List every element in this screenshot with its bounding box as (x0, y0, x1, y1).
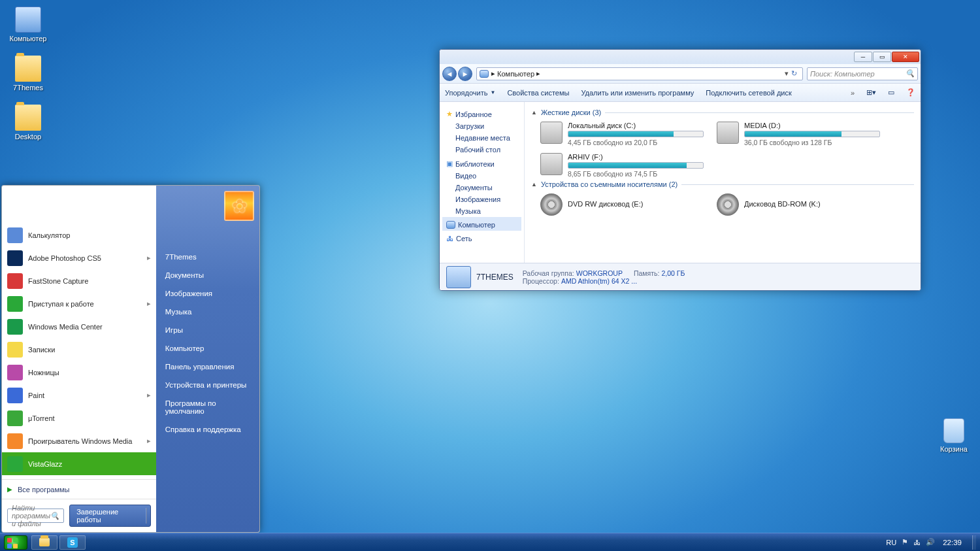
sidebar-network[interactable]: 🖧Сеть (442, 231, 521, 244)
category-hard-drives[interactable]: ▲Жесткие диски (3) (531, 109, 914, 116)
start-menu-program[interactable]: Приступая к работе▸ (2, 292, 156, 315)
start-menu-place[interactable]: Устройства и принтеры (156, 376, 259, 394)
start-menu-place[interactable]: Справка и поддержка (156, 420, 259, 439)
sidebar-documents[interactable]: Документы (442, 182, 521, 193)
more-icon[interactable]: » (851, 89, 855, 97)
computer-icon (446, 266, 471, 288)
app-icon (7, 365, 23, 380)
main-pane: ▲Жесткие диски (3) Локальный диск (C:)4,… (525, 102, 921, 263)
clock[interactable]: 22:39 (940, 539, 964, 546)
language-indicator[interactable]: RU (886, 539, 896, 546)
start-menu-place[interactable]: Панель управления (156, 358, 259, 376)
star-icon: ★ (446, 110, 453, 118)
app-icon (7, 273, 23, 289)
start-menu-place[interactable]: 7Themes (156, 248, 259, 266)
start-menu-place[interactable]: Документы (156, 266, 259, 284)
start-menu-program[interactable]: Windows Media Center (2, 315, 156, 338)
address-bar[interactable]: ▸ Компьютер ▸ ▾ ↻ (476, 67, 803, 80)
network-icon[interactable]: 🖧 (913, 539, 921, 546)
start-menu-program[interactable]: Ножницы (2, 361, 156, 384)
sidebar-video[interactable]: Видео (442, 170, 521, 182)
view-icon[interactable]: ⊞▾ (866, 88, 876, 97)
status-computer-name: 7THEMES (476, 273, 514, 282)
start-menu-program[interactable]: Adobe Photoshop CS5▸ (2, 246, 156, 269)
taskbar: S RU ⚑ 🖧 🔊 22:39 (0, 533, 980, 551)
start-menu-place[interactable]: Музыка (156, 303, 259, 321)
toolbar-organize[interactable]: Упорядочить ▼ (445, 89, 495, 97)
category-removable[interactable]: ▲Устройства со съемными носителями (2) (531, 180, 914, 188)
start-menu-program[interactable]: Paint▸ (2, 384, 156, 407)
desktop-icon-desktop[interactable]: Desktop (5, 105, 51, 141)
start-menu-place[interactable]: Изображения (156, 284, 259, 303)
search-icon: 🔍 (906, 69, 915, 78)
start-menu-place[interactable]: Программы по умолчанию (156, 394, 259, 420)
start-menu-program[interactable]: VistaGlazz (2, 452, 156, 475)
sidebar: ★Избранное Загрузки Недавние места Рабоч… (440, 102, 525, 263)
disc-icon (717, 193, 739, 216)
taskbar-explorer[interactable] (31, 535, 57, 550)
maximize-button[interactable]: ▭ (873, 52, 891, 62)
chevron-right-icon: ▸ (147, 391, 151, 399)
computer-icon (480, 70, 489, 78)
toolbar-uninstall-program[interactable]: Удалить или изменить программу (581, 89, 694, 97)
start-menu-program[interactable]: μTorrent (2, 407, 156, 429)
toolbar-system-properties[interactable]: Свойства системы (507, 89, 569, 97)
start-menu-programs: КалькуляторAdobe Photoshop CS5▸FastStone… (2, 186, 156, 532)
help-icon[interactable]: ❓ (906, 88, 915, 97)
drive-item[interactable]: DVD RW дисковод (E:) (540, 193, 704, 216)
desktop-icon-recycle-bin[interactable]: Корзина (931, 418, 977, 453)
start-menu-program[interactable]: FastStone Capture (2, 269, 156, 292)
drive-item[interactable]: Локальный диск (C:)4,45 ГБ свободно из 2… (540, 122, 704, 146)
all-programs-button[interactable]: ▶ Все программы (2, 479, 156, 499)
sidebar-downloads[interactable]: Загрузки (442, 120, 521, 132)
drive-item[interactable]: Дисковод BD-ROM (K:) (717, 193, 880, 216)
app-icon (7, 319, 23, 335)
folder-icon (15, 105, 41, 131)
desktop-icon-computer[interactable]: Компьютер (5, 7, 51, 42)
preview-pane-icon[interactable]: ▭ (888, 88, 894, 97)
computer-icon (15, 7, 41, 33)
back-button[interactable]: ◄ (442, 67, 457, 81)
chevron-down-icon: ▼ (490, 90, 495, 95)
close-button[interactable]: ✕ (892, 52, 919, 62)
start-menu-program[interactable]: Калькулятор (2, 224, 156, 246)
start-menu-program[interactable]: Записки (2, 338, 156, 361)
search-input[interactable]: Поиск: Компьютер 🔍 (807, 67, 918, 80)
system-tray: RU ⚑ 🖧 🔊 22:39 (886, 535, 976, 550)
sidebar-pictures[interactable]: Изображения (442, 193, 521, 205)
drive-item[interactable]: ARHIV (F:)8,65 ГБ свободно из 74,5 ГБ (540, 153, 704, 178)
drive-item[interactable]: MEDIA (D:)36,0 ГБ свободно из 128 ГБ (717, 122, 880, 146)
explorer-window: ─ ▭ ✕ ◄ ► ▸ Компьютер ▸ ▾ ↻ Поиск: Компь… (439, 49, 921, 291)
sidebar-favorites-head[interactable]: ★Избранное (442, 106, 521, 120)
action-center-icon[interactable]: ⚑ (902, 538, 908, 546)
sidebar-desktop[interactable]: Рабочий стол (442, 144, 521, 156)
start-menu-place[interactable]: Компьютер (156, 339, 259, 358)
network-icon: 🖧 (446, 235, 453, 242)
toolbar-map-network-drive[interactable]: Подключить сетевой диск (706, 89, 791, 97)
start-menu: КалькуляторAdobe Photoshop CS5▸FastStone… (1, 185, 260, 533)
taskbar-skype[interactable]: S (59, 535, 86, 550)
user-avatar[interactable] (224, 191, 254, 221)
skype-icon: S (67, 537, 78, 548)
search-input[interactable]: Найти программы и файлы 🔍 (7, 509, 64, 523)
minimize-button[interactable]: ─ (854, 52, 872, 62)
sidebar-libraries-head[interactable]: ▣Библиотеки (442, 156, 521, 170)
start-menu-place[interactable]: Игры (156, 321, 259, 339)
app-icon (7, 433, 23, 449)
sidebar-recent[interactable]: Недавние места (442, 132, 521, 144)
refresh-button[interactable]: ↻ (791, 69, 797, 78)
search-icon: 🔍 (50, 512, 59, 520)
shutdown-button[interactable]: Завершение работы (69, 505, 151, 527)
start-menu-program[interactable]: Проигрыватель Windows Media▸ (2, 429, 156, 452)
start-button[interactable] (4, 535, 27, 550)
disc-icon (540, 193, 563, 216)
show-desktop-button[interactable] (972, 535, 976, 550)
window-titlebar[interactable]: ─ ▭ ✕ (440, 50, 921, 64)
chevron-down-icon[interactable]: ▾ (785, 69, 789, 78)
forward-button[interactable]: ► (458, 67, 472, 81)
desktop-icon-7themes[interactable]: 7Themes (5, 56, 51, 92)
volume-icon[interactable]: 🔊 (926, 538, 935, 546)
sidebar-computer[interactable]: Компьютер (442, 217, 521, 231)
app-icon (7, 456, 23, 472)
sidebar-music[interactable]: Музыка (442, 205, 521, 217)
